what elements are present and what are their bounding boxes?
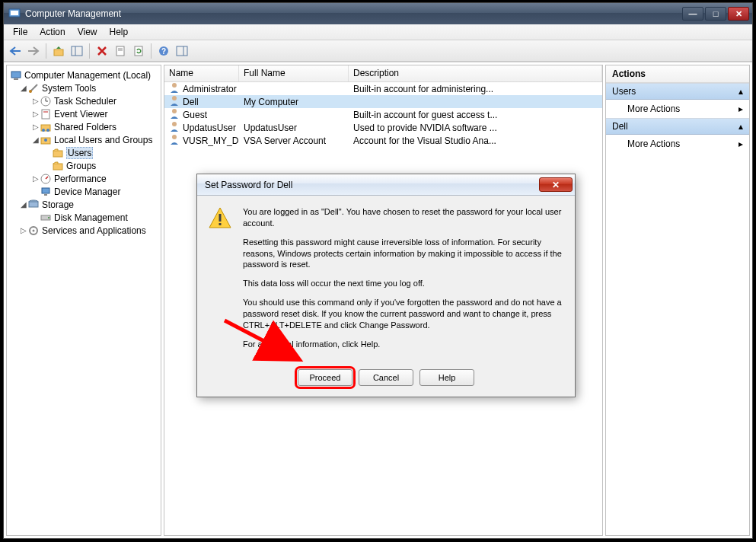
- show-hide-tree-button[interactable]: [69, 43, 85, 59]
- svg-point-32: [48, 217, 49, 218]
- toolbar-separator: [89, 43, 90, 59]
- menu-file[interactable]: File: [7, 25, 33, 39]
- actions-section-users[interactable]: Users ▴: [606, 83, 749, 100]
- menu-view[interactable]: View: [72, 25, 104, 39]
- refresh-button[interactable]: [130, 43, 147, 59]
- disk-icon: [40, 212, 52, 224]
- actions-section-dell[interactable]: Dell ▴: [606, 118, 749, 135]
- list-row[interactable]: VUSR_MY_D... VSA Server Account Account …: [164, 134, 602, 147]
- help-button[interactable]: ?: [155, 43, 172, 59]
- expand-icon[interactable]: ▷: [31, 174, 40, 183]
- user-icon: [169, 82, 180, 95]
- list-row[interactable]: Guest Built-in account for guest access …: [164, 108, 602, 121]
- svg-point-21: [46, 129, 49, 132]
- svg-rect-17: [42, 110, 49, 119]
- menu-help[interactable]: Help: [104, 25, 135, 39]
- actions-more-dell[interactable]: More Actions ▸: [606, 135, 749, 153]
- collapse-icon[interactable]: ◢: [31, 136, 40, 144]
- dialog-paragraph: Resetting this password might cause irre…: [243, 237, 564, 271]
- svg-point-38: [172, 122, 177, 126]
- svg-rect-24: [53, 151, 62, 157]
- expand-icon[interactable]: ▷: [19, 226, 27, 234]
- expand-icon[interactable]: ▷: [31, 97, 40, 105]
- properties-button[interactable]: [112, 43, 129, 59]
- svg-rect-25: [53, 164, 62, 170]
- column-description[interactable]: Description: [349, 65, 602, 81]
- proceed-button[interactable]: Proceed: [298, 369, 352, 386]
- svg-rect-41: [219, 223, 222, 225]
- actions-header: Actions: [606, 65, 749, 83]
- svg-rect-11: [177, 46, 187, 56]
- expand-icon[interactable]: ▷: [31, 110, 40, 118]
- tree-services-apps[interactable]: ▷Services and Applications: [8, 224, 159, 237]
- delete-button[interactable]: [94, 43, 110, 59]
- svg-rect-28: [44, 194, 47, 196]
- tree-groups[interactable]: Groups: [8, 159, 159, 172]
- show-hide-action-pane-button[interactable]: [174, 43, 190, 59]
- tree-local-users-groups[interactable]: ◢Local Users and Groups: [8, 133, 159, 146]
- tree-shared-folders[interactable]: ▷Shared Folders: [8, 120, 159, 133]
- tree-system-tools[interactable]: ◢System Tools: [8, 81, 159, 94]
- dialog-buttons: Proceed Cancel Help: [197, 365, 575, 397]
- submenu-icon: ▸: [738, 139, 743, 149]
- svg-rect-13: [11, 72, 21, 78]
- collapse-icon: ▴: [738, 86, 743, 97]
- performance-icon: [40, 173, 52, 185]
- dialog-close-button[interactable]: ✕: [539, 177, 573, 192]
- actions-more-users[interactable]: More Actions ▸: [606, 100, 749, 118]
- menu-action[interactable]: Action: [33, 25, 71, 39]
- svg-point-34: [33, 229, 35, 231]
- minimize-button[interactable]: —: [682, 7, 703, 21]
- nav-forward-button[interactable]: [25, 43, 42, 59]
- svg-point-36: [172, 96, 177, 100]
- tree-disk-management[interactable]: Disk Management: [8, 211, 159, 224]
- svg-rect-40: [219, 214, 222, 222]
- list-row[interactable]: Administrator Built-in account for admin…: [164, 82, 602, 95]
- actions-pane: Actions Users ▴ More Actions ▸ Dell ▴ Mo…: [605, 65, 750, 536]
- expand-icon[interactable]: ▷: [31, 123, 40, 131]
- app-icon: [8, 8, 21, 20]
- svg-rect-2: [54, 49, 63, 56]
- column-name[interactable]: Name: [164, 65, 239, 81]
- svg-rect-14: [14, 78, 18, 80]
- tools-icon: [27, 82, 40, 94]
- column-full-name[interactable]: Full Name: [239, 65, 349, 81]
- navigation-tree[interactable]: Computer Management (Local) ◢System Tool…: [7, 65, 161, 240]
- tree-performance[interactable]: ▷Performance: [8, 172, 159, 185]
- services-icon: [27, 225, 40, 237]
- tree-event-viewer[interactable]: ▷Event Viewer: [8, 107, 159, 120]
- list-row[interactable]: UpdatusUser UpdatusUser Used to provide …: [164, 121, 602, 134]
- user-icon: [169, 134, 180, 147]
- collapse-icon: ▴: [738, 121, 743, 132]
- svg-point-37: [172, 109, 177, 113]
- clock-icon: [40, 95, 52, 107]
- window-controls: — □ ✕: [682, 7, 749, 21]
- tree-device-manager[interactable]: Device Manager: [8, 185, 159, 198]
- help-button[interactable]: Help: [419, 369, 474, 386]
- tree-task-scheduler[interactable]: ▷Task Scheduler: [8, 94, 159, 107]
- cancel-button[interactable]: Cancel: [359, 369, 413, 386]
- storage-icon: [27, 199, 40, 211]
- svg-text:?: ?: [161, 47, 166, 56]
- collapse-icon[interactable]: ◢: [19, 84, 27, 92]
- device-icon: [40, 186, 52, 198]
- tree-root[interactable]: Computer Management (Local): [8, 69, 159, 81]
- dialog-paragraph: You are logged in as "Dell". You have ch…: [243, 206, 564, 229]
- collapse-icon[interactable]: ◢: [19, 200, 27, 209]
- folder-icon: [52, 147, 64, 159]
- svg-rect-5: [116, 46, 124, 56]
- toolbar-separator: [46, 43, 46, 59]
- list-row[interactable]: Dell My Computer: [164, 95, 602, 108]
- tree-storage[interactable]: ◢Storage: [8, 198, 159, 211]
- tree-users[interactable]: Users: [8, 146, 159, 159]
- close-button[interactable]: ✕: [728, 7, 749, 21]
- dialog-text: You are logged in as "Dell". You have ch…: [243, 206, 564, 357]
- tree-pane: Computer Management (Local) ◢System Tool…: [6, 65, 161, 536]
- dialog-paragraph: You should use this command only if you'…: [243, 297, 564, 331]
- maximize-button[interactable]: □: [705, 7, 726, 21]
- nav-back-button[interactable]: [7, 43, 24, 59]
- event-icon: [40, 108, 52, 120]
- svg-point-20: [42, 129, 45, 132]
- up-button[interactable]: [50, 43, 67, 59]
- toolbar-separator: [151, 43, 152, 59]
